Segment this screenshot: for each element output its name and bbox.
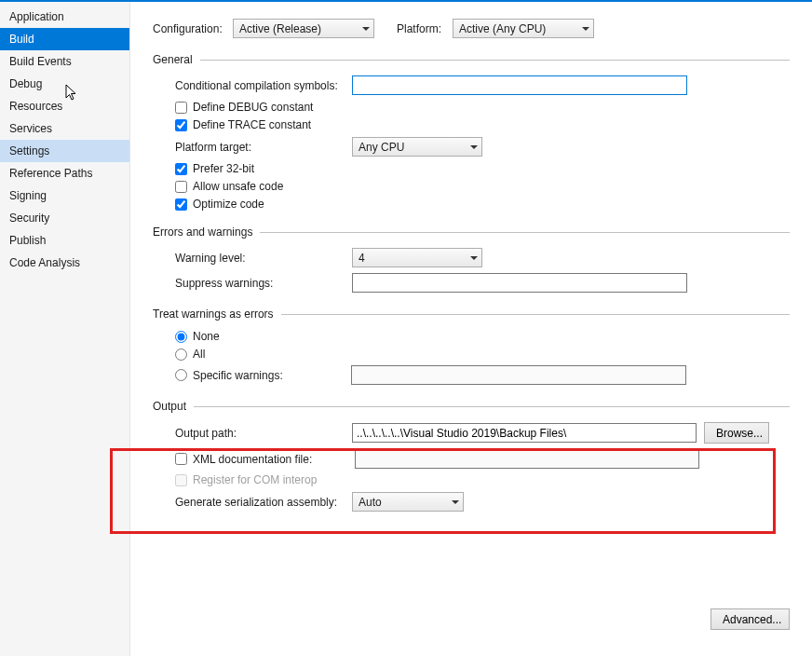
sidebar-item-build[interactable]: Build — [0, 28, 129, 50]
define-debug-label: Define DEBUG constant — [193, 101, 313, 114]
configuration-label: Configuration: — [153, 22, 227, 35]
chevron-down-icon — [470, 256, 478, 260]
define-debug-row[interactable]: Define DEBUG constant — [175, 101, 790, 114]
allow-unsafe-label: Allow unsafe code — [193, 180, 283, 193]
main-container: Application Build Build Events Debug Res… — [0, 2, 812, 656]
warning-level-row: Warning level: 4 — [175, 248, 790, 267]
define-debug-checkbox[interactable] — [175, 102, 187, 114]
treat-none-row[interactable]: None — [175, 330, 790, 343]
platform-value: Active (Any CPU) — [459, 22, 546, 35]
treat-specific-radio[interactable] — [175, 369, 187, 381]
section-general: General — [153, 53, 790, 66]
sidebar: Application Build Build Events Debug Res… — [0, 2, 130, 656]
suppress-warnings-label: Suppress warnings: — [175, 277, 352, 290]
platform-target-combo[interactable]: Any CPU — [352, 137, 482, 157]
sidebar-item-resources[interactable]: Resources — [0, 95, 129, 117]
chevron-down-icon — [582, 27, 589, 31]
sidebar-item-application[interactable]: Application — [0, 6, 129, 28]
chevron-down-icon — [362, 27, 370, 31]
divider — [200, 60, 790, 61]
prefer-32bit-label: Prefer 32-bit — [193, 162, 254, 175]
treat-all-radio[interactable] — [175, 348, 187, 361]
content-pane: Configuration: Active (Release) Platform… — [130, 2, 812, 656]
serialization-row: Generate serialization assembly: Auto — [175, 492, 790, 512]
advanced-button[interactable]: Advanced... — [710, 608, 790, 630]
conditional-symbols-label: Conditional compilation symbols: — [175, 79, 352, 92]
prefer-32bit-checkbox[interactable] — [175, 163, 187, 175]
treat-specific-row[interactable]: Specific warnings: — [175, 365, 790, 385]
section-title: General — [153, 53, 193, 66]
register-com-checkbox — [175, 474, 187, 486]
platform-label: Platform: — [397, 22, 447, 35]
sidebar-item-reference-paths[interactable]: Reference Paths — [0, 162, 129, 184]
chevron-down-icon — [470, 145, 478, 149]
prefer-32bit-row[interactable]: Prefer 32-bit — [175, 162, 790, 175]
serialization-combo[interactable]: Auto — [352, 492, 464, 512]
sidebar-item-debug[interactable]: Debug — [0, 73, 129, 95]
xml-doc-row[interactable]: XML documentation file: — [175, 449, 790, 469]
allow-unsafe-checkbox[interactable] — [175, 181, 187, 193]
configuration-row: Configuration: Active (Release) Platform… — [153, 19, 790, 38]
conditional-symbols-input[interactable] — [352, 75, 687, 95]
optimize-code-row[interactable]: Optimize code — [175, 198, 790, 211]
serialization-value: Auto — [359, 496, 382, 509]
suppress-warnings-row: Suppress warnings: — [175, 273, 790, 293]
chevron-down-icon — [452, 500, 459, 504]
divider — [281, 314, 790, 315]
sidebar-item-signing[interactable]: Signing — [0, 184, 129, 207]
treat-all-row[interactable]: All — [175, 348, 790, 361]
sidebar-item-services[interactable]: Services — [0, 117, 129, 140]
platform-target-value: Any CPU — [359, 141, 404, 154]
browse-button[interactable]: Browse... — [704, 422, 769, 444]
define-trace-label: Define TRACE constant — [193, 118, 311, 131]
register-com-row: Register for COM interop — [175, 473, 790, 486]
treat-specific-input[interactable] — [351, 365, 686, 385]
platform-combo[interactable]: Active (Any CPU) — [453, 19, 594, 38]
section-title: Errors and warnings — [153, 226, 252, 239]
allow-unsafe-row[interactable]: Allow unsafe code — [175, 180, 790, 193]
configuration-value: Active (Release) — [239, 22, 321, 35]
configuration-combo[interactable]: Active (Release) — [233, 19, 374, 38]
xml-doc-label: XML documentation file: — [193, 453, 349, 466]
section-output: Output — [153, 400, 790, 413]
warning-level-combo[interactable]: 4 — [352, 248, 482, 267]
treat-none-label: None — [193, 330, 220, 343]
xml-doc-checkbox[interactable] — [175, 453, 187, 465]
serialization-label: Generate serialization assembly: — [175, 496, 352, 509]
divider — [194, 406, 790, 407]
section-title: Output — [153, 400, 186, 413]
sidebar-item-settings[interactable]: Settings — [0, 140, 129, 162]
output-path-row: Output path: Browse... — [175, 422, 790, 444]
xml-doc-input[interactable] — [355, 449, 699, 469]
warning-level-label: Warning level: — [175, 252, 352, 265]
conditional-symbols-row: Conditional compilation symbols: — [175, 75, 790, 95]
section-treat-warnings: Treat warnings as errors — [153, 308, 790, 321]
treat-all-label: All — [193, 348, 205, 361]
platform-target-row: Platform target: Any CPU — [175, 137, 790, 157]
advanced-row: Advanced... — [710, 608, 790, 630]
section-title: Treat warnings as errors — [153, 308, 274, 321]
sidebar-item-build-events[interactable]: Build Events — [0, 50, 129, 73]
sidebar-item-code-analysis[interactable]: Code Analysis — [0, 252, 129, 274]
optimize-code-label: Optimize code — [193, 198, 264, 211]
divider — [260, 232, 790, 233]
suppress-warnings-input[interactable] — [352, 273, 687, 293]
optimize-code-checkbox[interactable] — [175, 198, 187, 211]
treat-none-radio[interactable] — [175, 331, 187, 343]
section-errors: Errors and warnings — [153, 226, 790, 239]
register-com-label: Register for COM interop — [193, 473, 317, 486]
define-trace-checkbox[interactable] — [175, 119, 187, 131]
platform-target-label: Platform target: — [175, 141, 352, 154]
sidebar-item-security[interactable]: Security — [0, 207, 129, 229]
treat-specific-label: Specific warnings: — [193, 369, 345, 382]
output-path-label: Output path: — [175, 427, 352, 440]
warning-level-value: 4 — [359, 252, 365, 265]
output-path-input[interactable] — [352, 423, 697, 443]
sidebar-item-publish[interactable]: Publish — [0, 229, 129, 252]
define-trace-row[interactable]: Define TRACE constant — [175, 118, 790, 131]
